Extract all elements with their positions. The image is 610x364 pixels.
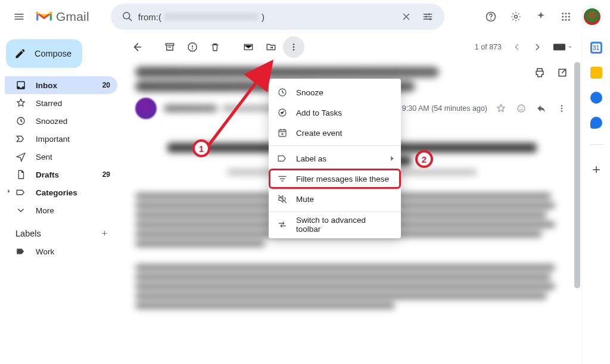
settings-button[interactable] bbox=[504, 5, 528, 29]
mute-icon bbox=[277, 194, 288, 204]
menu-item-filter-messages-like-these[interactable]: Filter messages like these bbox=[269, 169, 401, 189]
side-keep-button[interactable] bbox=[590, 67, 602, 79]
svg-point-31 bbox=[522, 107, 524, 108]
spam-icon bbox=[187, 42, 198, 52]
add-label-button[interactable]: ＋ bbox=[100, 228, 109, 239]
search-options-button[interactable] bbox=[417, 11, 438, 23]
input-tools-button[interactable] bbox=[553, 43, 573, 51]
compose-button[interactable]: Compose bbox=[6, 39, 82, 68]
draft-icon bbox=[15, 169, 26, 180]
message-time: 9:30 AM (54 minutes ago) bbox=[402, 104, 487, 113]
sidebar-item-snoozed[interactable]: Snoozed bbox=[5, 112, 117, 130]
svg-point-12 bbox=[568, 13, 570, 14]
mark-unread-button[interactable] bbox=[238, 36, 259, 58]
chevron-left-icon bbox=[512, 42, 522, 52]
search-bar[interactable]: from:( ) bbox=[111, 4, 444, 30]
support-button[interactable] bbox=[479, 5, 503, 29]
google-apps-button[interactable] bbox=[554, 5, 578, 29]
delete-button[interactable] bbox=[204, 36, 226, 58]
sidebar-item-inbox[interactable]: Inbox 20 bbox=[5, 76, 117, 94]
calendar-add-icon bbox=[277, 127, 288, 138]
menu-item-advanced-toolbar[interactable]: Switch to advanced toolbar bbox=[269, 214, 401, 235]
caret-down-icon bbox=[567, 44, 573, 50]
task-add-icon bbox=[277, 107, 288, 118]
gear-icon bbox=[510, 11, 522, 23]
report-spam-button[interactable] bbox=[182, 36, 203, 58]
side-contacts-button[interactable] bbox=[590, 117, 602, 129]
hamburger-icon bbox=[13, 11, 25, 23]
archive-button[interactable] bbox=[159, 36, 180, 58]
svg-point-30 bbox=[519, 107, 521, 108]
chevron-right-icon bbox=[533, 42, 542, 52]
svg-point-9 bbox=[515, 15, 518, 18]
search-redacted bbox=[164, 13, 259, 21]
older-button[interactable] bbox=[529, 39, 546, 55]
svg-point-15 bbox=[568, 16, 570, 18]
filter-icon bbox=[277, 173, 288, 184]
back-button[interactable] bbox=[126, 36, 147, 58]
menu-item-snooze[interactable]: Snooze bbox=[269, 82, 401, 102]
message-view: 9:30 AM (54 minutes ago) bbox=[122, 61, 581, 309]
sidebar-item-more[interactable]: More bbox=[5, 201, 117, 219]
pencil-icon bbox=[14, 48, 26, 60]
svg-point-23 bbox=[192, 48, 193, 49]
archive-icon bbox=[164, 42, 175, 52]
scrollbar[interactable] bbox=[574, 62, 580, 288]
star-button[interactable] bbox=[496, 103, 508, 114]
menu-item-add-to-tasks[interactable]: Add to Tasks bbox=[269, 102, 401, 123]
important-icon bbox=[15, 133, 26, 144]
clear-search-button[interactable] bbox=[396, 11, 417, 22]
reply-button[interactable] bbox=[536, 103, 548, 114]
more-vert-icon bbox=[288, 42, 299, 52]
gmail-m-icon bbox=[36, 10, 52, 23]
svg-point-34 bbox=[561, 110, 563, 112]
calendar-icon: 31 bbox=[590, 42, 602, 54]
message-toolbar: 1 of 873 bbox=[122, 33, 581, 61]
sidebar-item-important[interactable]: Important bbox=[5, 130, 117, 148]
menu-item-label-as[interactable]: Label as bbox=[269, 148, 401, 169]
svg-point-11 bbox=[565, 13, 567, 14]
newer-button[interactable] bbox=[509, 39, 525, 55]
svg-point-6 bbox=[429, 18, 431, 20]
label-outline-icon bbox=[277, 153, 288, 164]
main-menu-button[interactable] bbox=[7, 5, 31, 29]
clock-icon bbox=[277, 87, 288, 98]
sidebar-item-drafts[interactable]: Drafts 29 bbox=[5, 166, 117, 183]
sidebar: Compose Inbox 20 Starred Snoozed Importa… bbox=[0, 33, 122, 364]
search-text: from:( ) bbox=[138, 12, 396, 22]
gmail-logo[interactable]: Gmail bbox=[36, 10, 89, 24]
sidebar-item-starred[interactable]: Starred bbox=[5, 94, 117, 112]
svg-point-4 bbox=[428, 13, 430, 15]
react-button[interactable] bbox=[516, 103, 528, 114]
svg-point-25 bbox=[293, 43, 295, 45]
account-avatar[interactable] bbox=[583, 7, 602, 26]
svg-point-8 bbox=[490, 18, 491, 20]
side-addons-button[interactable]: ＋ bbox=[590, 160, 603, 178]
svg-point-17 bbox=[565, 19, 567, 21]
menu-item-mute[interactable]: Mute bbox=[269, 189, 401, 209]
header-actions bbox=[479, 5, 602, 29]
sender-avatar[interactable] bbox=[135, 98, 157, 119]
sidebar-item-sent[interactable]: Sent bbox=[5, 148, 117, 166]
sparkle-icon bbox=[535, 11, 547, 23]
gemini-button[interactable] bbox=[529, 5, 553, 29]
side-tasks-button[interactable] bbox=[590, 92, 602, 104]
move-to-button[interactable] bbox=[260, 36, 282, 58]
sidebar-item-categories[interactable]: Categories bbox=[5, 183, 117, 201]
svg-point-16 bbox=[562, 19, 564, 21]
keyboard-icon bbox=[553, 43, 566, 51]
more-button[interactable] bbox=[283, 36, 304, 58]
apps-grid-icon bbox=[561, 11, 571, 22]
clock-icon bbox=[15, 116, 26, 126]
svg-point-33 bbox=[561, 108, 563, 110]
more-menu: Snooze Add to Tasks Create event Label a… bbox=[269, 79, 401, 238]
message-more-button[interactable] bbox=[556, 103, 568, 114]
menu-item-create-event[interactable]: Create event bbox=[269, 123, 401, 143]
svg-point-32 bbox=[561, 105, 563, 107]
labels-heading: Labels ＋ bbox=[5, 219, 117, 242]
caret-right-icon bbox=[6, 188, 12, 194]
side-calendar-button[interactable]: 31 bbox=[590, 42, 602, 54]
sidebar-label-work[interactable]: Work bbox=[5, 242, 117, 260]
send-icon bbox=[15, 151, 26, 162]
swap-icon bbox=[277, 219, 288, 230]
